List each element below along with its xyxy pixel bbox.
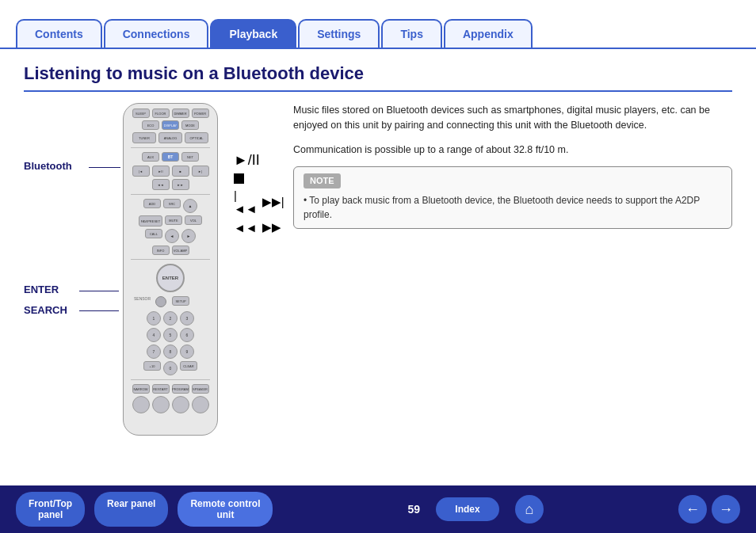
stop-symbol (234, 173, 284, 184)
description-text-2: Communication is possible up to a range … (293, 143, 732, 158)
remote-btn-volume[interactable]: VOL (185, 215, 202, 225)
page-title: Listening to music on a Bluetooth device (24, 63, 732, 92)
remote-btn-fav[interactable]: FAV/PRESET (139, 215, 162, 227)
home-button[interactable]: ⌂ (515, 495, 544, 523)
remote-btn-8[interactable]: 8 (163, 345, 178, 359)
stop-icon (234, 173, 244, 184)
remote-btn[interactable]: SRC (163, 199, 181, 208)
remote-btn-fn1[interactable] (132, 396, 150, 413)
remote-btn-tuner[interactable]: TUNER (132, 132, 156, 143)
remote-btn-right[interactable]: ► (181, 229, 196, 243)
remote-btn-restart[interactable]: RESTART (152, 384, 170, 394)
tab-contents[interactable]: Contents (16, 19, 102, 48)
remote-btn[interactable]: DIMMER (172, 109, 189, 118)
rewind-icon: ◄◄ (234, 221, 258, 234)
remote-btn-0[interactable]: 0 (163, 361, 178, 375)
remote-btn-setup[interactable]: SETUP (172, 296, 189, 306)
note-text: • To play back music from a Bluetooth de… (304, 193, 722, 222)
remote-btn-analog[interactable]: ANALOG (158, 132, 182, 143)
remote-btn-bluetooth[interactable]: BT (162, 152, 179, 162)
seek-symbols: ◄◄ ▶▶ (234, 220, 284, 234)
remote-sensor (155, 296, 166, 307)
label-bluetooth: Bluetooth (24, 160, 72, 172)
tab-playback[interactable]: Playback (210, 19, 296, 48)
remote-btn-fn3[interactable] (172, 396, 189, 413)
remote-control-unit-button[interactable]: Remote control unit (178, 492, 273, 527)
remote-btn-vol-amp[interactable]: VOL AMP (172, 246, 189, 255)
remote-btn-fn4[interactable] (192, 396, 209, 413)
remote-btn-1[interactable]: 1 (147, 311, 161, 326)
main-content: Listening to music on a Bluetooth device… (0, 49, 756, 237)
remote-area: Bluetooth ENTER SEARCH SLEEP FLOOR DIMME… (24, 103, 277, 229)
bottom-bar: Front/Top panel Rear panel Remote contro… (0, 485, 756, 533)
line-enter (79, 291, 119, 291)
remote-btn-7[interactable]: 7 (147, 345, 161, 359)
note-box: NOTE • To play back music from a Bluetoo… (293, 166, 732, 229)
remote-btn-6[interactable]: 6 (180, 328, 194, 342)
remote-btn-up[interactable]: ▲ (183, 199, 197, 213)
bottom-right-buttons: ← → (678, 495, 740, 523)
play-pause-symbol: ►/II (234, 152, 284, 169)
label-enter: ENTER (24, 284, 59, 295)
remote-btn-narroow[interactable]: NARROW (132, 384, 150, 394)
remote-btn-info[interactable]: INFO (152, 246, 170, 255)
play-pause-icon: ►/II (234, 152, 260, 169)
remote-btn[interactable]: ADD (143, 199, 161, 208)
remote-btn-3[interactable]: 3 (180, 311, 194, 326)
next-page-button[interactable]: → (712, 495, 740, 523)
skip-fwd-icon: ▶▶| (262, 195, 284, 209)
remote-sensor-label: SENSOR (134, 296, 151, 307)
bottom-center: 59 Index ⌂ (407, 495, 544, 523)
remote-btn-prev[interactable]: |◄ (132, 166, 150, 177)
bottom-left-buttons: Front/Top panel Rear panel Remote contro… (16, 492, 273, 527)
remote-btn-fn2[interactable] (152, 396, 170, 413)
ffwd-icon: ▶▶ (262, 220, 281, 234)
remote-btn-left[interactable]: ◄ (165, 229, 179, 243)
front-top-panel-button[interactable]: Front/Top panel (16, 492, 85, 527)
remote-btn-4[interactable]: 4 (147, 328, 161, 342)
remote-btn-call[interactable]: CALL (145, 229, 162, 238)
next-icon: → (719, 501, 733, 518)
note-text-content: To play back music from a Bluetooth devi… (304, 195, 700, 220)
remote-btn-stop[interactable]: ■ (172, 166, 189, 177)
remote-btn[interactable]: POWER (192, 109, 209, 118)
remote-btn-ffwd[interactable]: ►► (172, 179, 189, 190)
remote-btn-display[interactable]: DISPLAY (162, 120, 179, 130)
remote-btn-program[interactable]: PROGRAM (172, 384, 189, 394)
remote-btn[interactable]: NET (181, 152, 199, 162)
remote-btn[interactable]: SLEEP (132, 109, 150, 118)
skip-back-icon: |◄◄ (234, 188, 258, 215)
description-text-1: Music files stored on Bluetooth devices … (293, 103, 732, 133)
rear-panel-button[interactable]: Rear panel (94, 492, 168, 527)
remote-btn[interactable]: AUX (142, 152, 159, 162)
remote-btn-2[interactable]: 2 (163, 311, 178, 326)
remote-btn-play[interactable]: ►II (152, 166, 170, 177)
note-label: NOTE (304, 173, 341, 188)
top-navigation: Contents Connections Playback Settings T… (0, 0, 756, 49)
line-search (79, 310, 119, 311)
remote-btn[interactable]: FLOOR (152, 109, 170, 118)
remote-btn-5[interactable]: 5 (163, 328, 178, 342)
prev-page-button[interactable]: ← (678, 495, 707, 523)
remote-btn-optical[interactable]: OPTICAL (185, 132, 208, 143)
description-area: Music files stored on Bluetooth devices … (293, 103, 732, 229)
tab-connections[interactable]: Connections (104, 19, 209, 48)
content-area: Bluetooth ENTER SEARCH SLEEP FLOOR DIMME… (24, 103, 732, 229)
remote-btn-9[interactable]: 9 (180, 345, 194, 359)
remote-control-image: SLEEP FLOOR DIMMER POWER ECO DISPLAY MOD… (123, 103, 218, 436)
playback-symbols: ►/II |◄◄ ▶▶| ◄◄ ▶▶ (234, 152, 284, 234)
tab-tips[interactable]: Tips (381, 19, 442, 48)
remote-btn-rwnd[interactable]: ◄◄ (152, 179, 170, 190)
tab-appendix[interactable]: Appendix (444, 19, 533, 48)
remote-btn-clear[interactable]: CLEAR (180, 361, 197, 371)
remote-btn-enter[interactable]: ENTER (156, 264, 185, 292)
remote-btn-next[interactable]: ►| (192, 166, 209, 177)
index-button[interactable]: Index (436, 497, 499, 521)
tab-settings[interactable]: Settings (298, 19, 380, 48)
remote-btn-speaker[interactable]: SPEAKER (192, 384, 209, 394)
remote-btn[interactable]: ECO (142, 120, 159, 130)
home-icon: ⌂ (525, 501, 534, 518)
remote-btn-plus10[interactable]: +10 (143, 361, 161, 371)
remote-btn[interactable]: MODE (181, 120, 199, 130)
remote-btn-mute[interactable]: MUTE (165, 215, 182, 225)
